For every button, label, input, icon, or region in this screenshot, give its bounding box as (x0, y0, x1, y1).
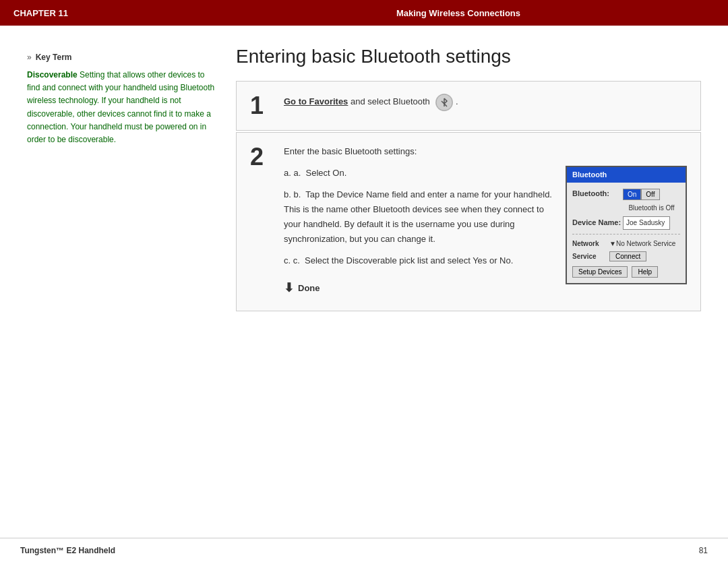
step-2-text: a. Select On. b. Tap the Device Name fie… (284, 166, 552, 299)
chapter-title: Making Wireless Connections (202, 8, 715, 18)
sidebar: » Key Term Discoverable Setting that all… (27, 46, 216, 313)
done-arrow-icon: ⬇ (284, 278, 294, 299)
step-2-item-a: a. Select On. (284, 166, 552, 181)
bt-service-row: Service Connect (572, 251, 680, 262)
step-2-number: 2 (250, 145, 270, 169)
bt-network-label: Network (572, 239, 609, 249)
key-term-header: » Key Term (27, 53, 216, 62)
chapter-label: CHAPTER 11 (13, 8, 202, 18)
item-c-text: Select the Discoverable pick list and se… (305, 255, 513, 266)
bt-setup-devices-button[interactable]: Setup Devices (572, 266, 628, 278)
bt-bluetooth-row: Bluetooth: On Off (572, 188, 680, 200)
bt-status-text: Bluetooth is Off (572, 203, 680, 214)
brand-suffix: Handheld (76, 546, 115, 555)
step-1-number: 1 (250, 94, 270, 118)
main-content: » Key Term Discoverable Setting that all… (0, 26, 728, 333)
done-label: Done (298, 281, 320, 296)
bluetooth-panel: Bluetooth Bluetooth: On Off Bluetooth i (566, 166, 687, 284)
bt-network-value: No Network Service (616, 239, 675, 249)
step-2-item-c: c. Select the Discoverable pick list and… (284, 253, 552, 268)
steps-area: Entering basic Bluetooth settings 1 Go t… (236, 46, 701, 313)
arrows-icon: » (27, 53, 32, 62)
bt-connect-button[interactable]: Connect (609, 251, 646, 261)
page-footer: Tungsten™ E2 Handheld 81 (0, 538, 728, 562)
bt-bottom-buttons: Setup Devices Help (572, 266, 680, 278)
discoverable-definition: Setting that allows other devices to fin… (27, 70, 214, 144)
bt-bluetooth-label: Bluetooth: (572, 188, 623, 200)
brand-name: Tungsten™ E2 (20, 546, 76, 555)
key-term-label: Key Term (36, 53, 72, 62)
bt-network-arrow: ▼ (609, 239, 616, 249)
step-1-box: 1 Go to Favorites and select Bluetooth . (236, 81, 701, 131)
bt-panel-body: Bluetooth: On Off Bluetooth is Off Devic… (567, 183, 686, 283)
step-1-text-after: and select Bluetooth (351, 96, 430, 106)
bt-service-label: Service (572, 251, 609, 262)
bt-network-row: Network ▼ No Network Service (572, 239, 680, 249)
step-2-box: 2 Enter the basic Bluetooth settings: a.… (236, 132, 701, 311)
step-1-period: . (456, 96, 458, 106)
go-favorites-link[interactable]: Go to Favorites (284, 96, 348, 106)
bluetooth-svg (435, 94, 453, 111)
bluetooth-circle-icon (435, 94, 453, 111)
step-2-intro: Enter the basic Bluetooth settings: (284, 145, 687, 159)
bt-on-off-group: On Off (623, 189, 660, 200)
step-1-content: Go to Favorites and select Bluetooth . (284, 94, 687, 111)
step-2-layout: a. Select On. b. Tap the Device Name fie… (284, 166, 687, 299)
done-row: ⬇ Done (284, 278, 552, 299)
bt-device-name-row: Device Name: Joe Sadusky (572, 216, 680, 230)
bt-help-button[interactable]: Help (632, 266, 658, 278)
brand-label: Tungsten™ E2 Handheld (20, 546, 115, 555)
key-term-body: Discoverable Setting that allows other d… (27, 69, 216, 146)
step-2-item-b: b. Tap the Device Name field and enter a… (284, 187, 552, 247)
item-b-text: Tap the Device Name field and enter a na… (284, 189, 552, 244)
bt-panel-title: Bluetooth (567, 167, 686, 183)
step-2-content: Enter the basic Bluetooth settings: a. S… (284, 145, 687, 299)
item-a-text: Select On. (306, 168, 347, 178)
step-2-list: a. Select On. b. Tap the Device Name fie… (284, 166, 552, 269)
bt-divider (572, 234, 680, 235)
step-2-inner: 2 Enter the basic Bluetooth settings: a.… (237, 133, 700, 311)
step-1-inner: 1 Go to Favorites and select Bluetooth . (237, 82, 700, 130)
discoverable-term: Discoverable (27, 70, 78, 80)
bt-device-name-value[interactable]: Joe Sadusky (623, 216, 670, 230)
bt-device-name-label: Device Name: (572, 217, 623, 229)
page-title: Entering basic Bluetooth settings (236, 46, 701, 67)
page-number: 81 (699, 546, 708, 555)
bt-off-button[interactable]: Off (641, 189, 659, 200)
page-header: CHAPTER 11 Making Wireless Connections (0, 0, 728, 26)
bt-on-button[interactable]: On (623, 189, 641, 200)
